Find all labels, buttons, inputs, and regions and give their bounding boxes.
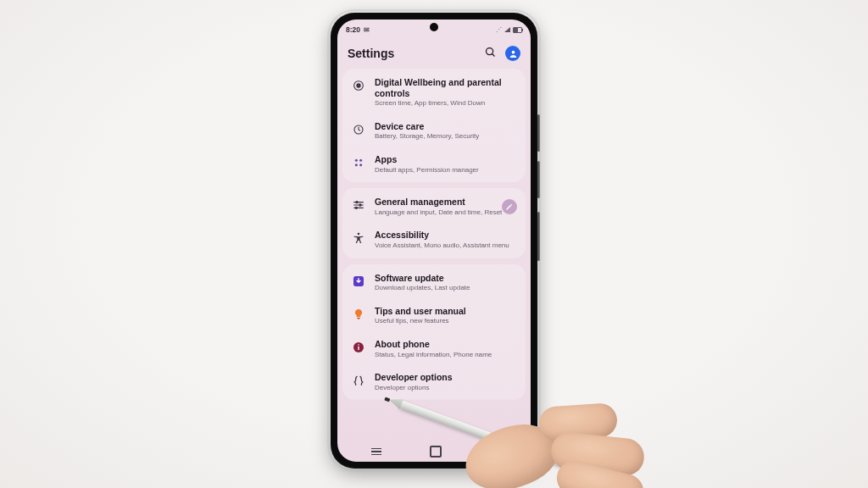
apps-icon <box>351 155 366 170</box>
developer-icon <box>351 373 366 388</box>
spen-badge-icon[interactable] <box>502 199 517 214</box>
front-camera <box>430 23 438 31</box>
svg-point-6 <box>355 159 358 162</box>
svg-point-16 <box>358 233 360 236</box>
power-button[interactable] <box>537 212 540 261</box>
svg-point-9 <box>359 164 362 166</box>
settings-item-tips[interactable]: Tips and user manual Useful tips, new fe… <box>342 299 526 332</box>
item-title: Tips and user manual <box>375 306 515 317</box>
status-icons: ⋰ <box>496 26 522 33</box>
settings-item-software-update[interactable]: Software update Download updates, Last u… <box>342 266 526 299</box>
battery-icon <box>513 27 522 33</box>
settings-item-device-care[interactable]: Device care Battery, Storage, Memory, Se… <box>342 114 526 147</box>
status-time: 8:20 <box>346 25 360 34</box>
item-title: Developer options <box>375 372 515 383</box>
scene: 8:20 ✉ ⋰ Settings <box>0 0 868 488</box>
device-care-icon <box>351 122 366 137</box>
item-subtitle: Useful tips, new features <box>375 317 515 325</box>
mail-icon: ✉ <box>364 26 370 34</box>
page-title: Settings <box>348 47 394 60</box>
svg-point-13 <box>356 202 358 203</box>
svg-point-14 <box>359 204 361 206</box>
item-subtitle: Voice Assistant, Mono audio, Assistant m… <box>375 241 515 250</box>
svg-point-0 <box>487 47 493 54</box>
screen: 8:20 ✉ ⋰ Settings <box>337 19 531 462</box>
item-title: Accessibility <box>375 230 515 241</box>
accessibility-icon <box>351 230 366 246</box>
about-icon <box>351 340 366 355</box>
nav-back[interactable] <box>490 447 497 456</box>
svg-rect-18 <box>357 318 359 319</box>
svg-point-2 <box>511 50 515 53</box>
tips-icon <box>351 307 366 322</box>
profile-avatar[interactable] <box>505 46 520 61</box>
item-title: Software update <box>375 273 515 284</box>
item-subtitle: Battery, Storage, Memory, Security <box>375 132 515 141</box>
nav-home[interactable] <box>430 446 442 458</box>
wellbeing-icon <box>351 78 366 93</box>
wifi-icon: ⋰ <box>496 26 502 33</box>
svg-point-8 <box>355 164 358 166</box>
volume-up-button[interactable] <box>537 114 540 152</box>
svg-point-7 <box>359 159 362 162</box>
settings-item-digital-wellbeing[interactable]: Digital Wellbeing and parental controls … <box>342 70 526 114</box>
svg-point-4 <box>357 84 360 87</box>
settings-header: Settings <box>337 38 531 69</box>
svg-rect-20 <box>358 347 359 351</box>
item-subtitle: Screen time, App timers, Wind Down <box>375 99 515 108</box>
settings-group: Digital Wellbeing and parental controls … <box>342 69 526 182</box>
phone-frame: 8:20 ✉ ⋰ Settings <box>331 13 537 469</box>
volume-down-button[interactable] <box>537 161 540 198</box>
item-subtitle: Status, Legal information, Phone name <box>375 351 515 359</box>
item-subtitle: Developer options <box>375 384 515 392</box>
nav-recents[interactable] <box>371 448 381 456</box>
svg-line-1 <box>492 53 495 56</box>
item-title: Apps <box>375 154 515 165</box>
settings-item-about-phone[interactable]: About phone Status, Legal information, P… <box>342 332 526 365</box>
item-subtitle: Download updates, Last update <box>375 284 515 292</box>
item-title: About phone <box>375 339 515 350</box>
item-subtitle: Language and input, Date and time, Reset <box>375 208 515 217</box>
settings-item-accessibility[interactable]: Accessibility Voice Assistant, Mono audi… <box>342 223 526 256</box>
settings-item-apps[interactable]: Apps Default apps, Permission manager <box>342 147 526 180</box>
general-icon <box>351 197 366 213</box>
svg-point-15 <box>355 207 357 208</box>
signal-icon <box>504 27 510 32</box>
svg-point-21 <box>358 344 359 346</box>
item-subtitle: Default apps, Permission manager <box>375 166 515 175</box>
settings-item-developer-options[interactable]: Developer options Developer options <box>342 365 526 398</box>
item-title: Digital Wellbeing and parental controls <box>375 77 515 98</box>
settings-item-general-management[interactable]: General management Language and input, D… <box>342 190 526 223</box>
update-icon <box>351 274 366 289</box>
item-title: General management <box>375 197 515 208</box>
item-title: Device care <box>375 121 515 132</box>
search-icon[interactable] <box>484 46 497 62</box>
settings-group: General management Language and input, D… <box>342 188 526 258</box>
settings-list[interactable]: Digital Wellbeing and parental controls … <box>342 69 526 441</box>
settings-group: Software update Download updates, Last u… <box>342 264 526 401</box>
